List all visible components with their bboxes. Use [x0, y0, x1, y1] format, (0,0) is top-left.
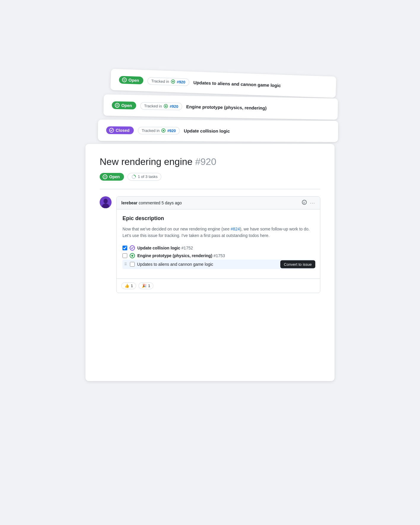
svg-point-16: [131, 255, 133, 257]
closed-badge-card3: Closed: [106, 126, 134, 134]
more-options-icon[interactable]: ···: [310, 201, 315, 205]
task-status-closed-icon: [130, 245, 135, 251]
task-item-1: Update collision logic #1752: [122, 244, 314, 252]
reaction-tada[interactable]: 🎉 1: [139, 282, 153, 289]
open-icon-card1: [122, 77, 127, 82]
task-label-2: Engine prototype (physics, rendering): [137, 253, 212, 258]
comment-actions: ···: [302, 200, 315, 206]
task-status-open-icon: [130, 253, 135, 258]
task-checkbox-2[interactable]: [122, 253, 127, 258]
open-icon-main: [103, 174, 107, 179]
svg-point-13: [305, 201, 306, 202]
issue-link-824[interactable]: #824: [231, 227, 240, 231]
task-item-2: Engine prototype (physics, rendering) #1…: [122, 252, 314, 260]
tracked-pill-card3: Tracked in #920: [138, 127, 180, 134]
comment-text: Now that we've decided on our new render…: [122, 226, 314, 239]
svg-point-11: [302, 200, 307, 204]
comment-heading: Epic description: [122, 215, 314, 222]
open-icon-card2: [115, 103, 120, 108]
svg-point-6: [163, 130, 164, 131]
comment-body: Epic description Now that we've decided …: [117, 209, 320, 279]
svg-point-9: [104, 199, 108, 203]
avatar-image: [100, 196, 112, 208]
svg-point-3: [165, 105, 166, 107]
tasks-pill[interactable]: 1 of 3 tasks: [128, 173, 161, 181]
comment-header: lerebear commented 5 days ago: [117, 197, 320, 209]
task-label-3: Updates to aliens and cannon game logic: [137, 262, 213, 267]
task-checkbox-3[interactable]: [130, 262, 135, 267]
svg-point-18: [297, 264, 298, 265]
tasks-progress-icon: [131, 174, 136, 179]
emoji-icon[interactable]: [302, 200, 307, 206]
open-badge-main[interactable]: Open: [100, 173, 124, 181]
task-num-1: #1752: [182, 246, 193, 250]
drag-handle-icon[interactable]: ⠿: [124, 262, 127, 266]
open-badge-card1: Open: [119, 76, 144, 85]
background-card-3: Closed Tracked in #920 Update collision …: [98, 120, 338, 142]
meta-row: Open 1 of 3 tasks: [100, 173, 320, 181]
divider: [100, 189, 320, 189]
convert-to-issue-button[interactable]: [295, 261, 301, 268]
issue-title: New rendering engine #920: [100, 156, 320, 168]
background-card-2: Open Tracked in #920 Engine prototype (p…: [103, 94, 338, 120]
task-list: Update collision logic #1752: [122, 244, 314, 269]
svg-point-1: [172, 81, 174, 82]
reactions-row: 👍 1 🎉 1: [117, 279, 320, 293]
tracked-pill-card2: Tracked in #920: [140, 102, 182, 110]
task-item-3: ⠿ Updates to aliens and cannon game logi…: [122, 260, 314, 269]
avatar: [100, 196, 112, 208]
reaction-thumbsup[interactable]: 👍 1: [121, 282, 136, 289]
comment-bubble: lerebear commented 5 days ago: [116, 196, 320, 293]
task-num-2: #1753: [214, 253, 225, 258]
task-label-1: Update collision logic: [137, 246, 180, 250]
svg-point-12: [303, 201, 304, 202]
task-checkbox-1[interactable]: [122, 246, 127, 250]
comment-author-line: lerebear commented 5 days ago: [121, 201, 182, 205]
cursor-pointer-icon: 👆: [306, 261, 312, 268]
main-card: New rendering engine #920 Open 1 of 3 ta…: [85, 144, 335, 381]
open-badge-card2: Open: [112, 101, 136, 109]
comment-block: lerebear commented 5 days ago: [100, 196, 320, 293]
background-card-1: Open Tracked in #920 Updates to aliens a…: [110, 69, 336, 98]
tracked-pill-card1: Tracked in #920: [147, 77, 190, 86]
